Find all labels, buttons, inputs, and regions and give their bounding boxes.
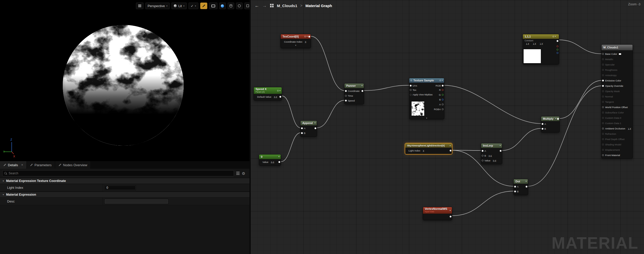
value-box-r[interactable]: 1.0 — [525, 42, 530, 45]
material-pin-normal[interactable]: Normal — [602, 94, 633, 99]
material-pin-refraction[interactable]: Refraction — [602, 131, 633, 137]
value-box[interactable]: 0.6 — [487, 154, 493, 158]
material-pin-world-position-offset[interactable]: World Position Offset — [602, 105, 633, 110]
tab-nodes-overview[interactable]: Nodes Overview — [55, 161, 91, 169]
wire[interactable] — [444, 85, 541, 124]
input-pin-b[interactable] — [514, 191, 516, 192]
node-header[interactable]: SkyAtmosphereLightDirection[0] ▾ — [405, 143, 452, 148]
pin-icon[interactable] — [602, 117, 604, 119]
node-constant3[interactable]: 1,1,1 ▾ Constant 1.0 1.0 1.0 — [523, 34, 559, 64]
value-box[interactable]: 0 — [421, 149, 425, 153]
node-header[interactable]: VertexNormalWS Input Data ▾ — [423, 207, 452, 214]
search-box[interactable] — [2, 170, 234, 176]
preview-shape-sphere-button[interactable] — [219, 3, 226, 9]
texture-thumbnail[interactable] — [411, 101, 425, 116]
perspective-dropdown[interactable]: Perspective ▾ — [145, 3, 170, 9]
input-pin-a[interactable] — [301, 127, 303, 129]
node-invlerp[interactable]: InvLerp ▾ A B0.6 Value0.0 — [481, 143, 502, 164]
node-sky-atmosphere-light-direction[interactable]: SkyAtmosphereLightDirection[0] ▾ Light I… — [405, 143, 452, 154]
toggle-realtime-button[interactable] — [200, 3, 207, 9]
node-preview-toggle-icon[interactable] — [277, 90, 279, 91]
node-header[interactable]: Dot ▾ — [514, 179, 528, 184]
material-pin-opacity-override[interactable]: Opacity Override — [602, 83, 633, 89]
breadcrumb-page[interactable]: Material Graph — [305, 4, 332, 8]
pin-icon[interactable] — [602, 138, 604, 140]
node-header[interactable]: TexCoord[0] ▾ — [281, 34, 311, 39]
pin-icon[interactable] — [602, 154, 604, 156]
wire[interactable] — [528, 86, 602, 186]
pin-icon[interactable] — [602, 90, 604, 92]
pin-icon[interactable] — [602, 101, 604, 103]
node-panner[interactable]: Panner ▾ Coordinate Time Speed — [344, 83, 364, 104]
back-arrow-icon[interactable]: ← — [255, 3, 259, 8]
input-pin-a[interactable] — [482, 150, 483, 152]
pin-icon[interactable] — [602, 122, 604, 124]
node-dot[interactable]: Dot ▾ A B — [513, 179, 528, 195]
chevron-down-icon[interactable]: ▾ — [450, 143, 451, 148]
node-preview-toggle-icon[interactable] — [304, 36, 306, 37]
chevron-down-icon[interactable]: ▾ — [442, 78, 443, 83]
node-append[interactable]: Append ▾ A B — [300, 121, 317, 137]
pin-icon[interactable] — [602, 58, 604, 60]
chevron-down-icon[interactable]: ▾ — [279, 89, 280, 92]
viewport-options-button[interactable] — [136, 3, 144, 9]
wire[interactable] — [559, 40, 602, 54]
output-pin-b[interactable] — [557, 52, 558, 54]
pin-icon[interactable] — [602, 64, 604, 65]
chevron-down-icon[interactable]: ▾ — [315, 121, 316, 125]
chevron-down-icon[interactable]: ▾ — [500, 143, 501, 148]
material-pin-tangent[interactable]: Tangent — [602, 99, 633, 105]
output-pin[interactable] — [557, 118, 559, 120]
chevron-down-icon[interactable]: ▾ — [555, 34, 556, 39]
output-pin[interactable] — [362, 90, 363, 92]
node-constant-zero[interactable]: 0 ▾ Value0.0 — [259, 154, 281, 166]
input-pin-uvs[interactable] — [410, 85, 412, 87]
pin-icon[interactable] — [602, 53, 604, 55]
preview-viewport[interactable]: Perspective ▾ Lit ▾ ✓ ▾ Z — [0, 0, 250, 161]
material-pin-ambient-occlusion[interactable]: Ambient Occlusion1.0 — [602, 126, 633, 131]
chevron-down-icon[interactable]: ▾ — [450, 209, 451, 212]
pin-icon[interactable] — [602, 96, 604, 97]
node-header[interactable]: M_Clouds1 — [602, 45, 633, 50]
preview-shape-sphere2-button[interactable] — [236, 3, 243, 9]
wire[interactable] — [559, 80, 602, 118]
display-filter-icon[interactable] — [236, 172, 240, 175]
material-pin-metallic[interactable]: Metallic — [602, 57, 633, 62]
input-pin-time[interactable] — [345, 95, 347, 97]
node-multiply[interactable]: Multiply ▾ A B — [541, 116, 560, 132]
view-mode-dropdown[interactable]: Lit ▾ — [171, 3, 187, 9]
output-pin[interactable] — [526, 186, 527, 188]
pin-icon[interactable] — [602, 149, 604, 151]
node-speed-x-param[interactable]: Speed X Param (0) ▾ Default Value0.0 — [254, 87, 282, 100]
tab-details[interactable]: Details × — [0, 161, 27, 169]
pin-icon[interactable] — [602, 69, 604, 71]
chevron-down-icon[interactable]: ▾ — [526, 179, 527, 184]
output-pin[interactable] — [450, 150, 451, 151]
value-box[interactable]: 0.0 — [270, 161, 276, 164]
input-pin-a[interactable] — [514, 186, 516, 188]
material-pin-anisotropy[interactable]: Anisotropy — [602, 73, 633, 78]
input-pin-mipbias[interactable] — [410, 94, 412, 96]
input-pin-coordinate[interactable] — [345, 90, 347, 92]
forward-arrow-icon[interactable]: → — [262, 3, 267, 8]
value-box[interactable]: 0 — [304, 40, 307, 44]
output-pin[interactable] — [450, 216, 451, 217]
node-header[interactable]: Append ▾ — [301, 121, 317, 125]
chevron-down-icon[interactable]: ▾ — [555, 116, 556, 121]
material-pin-shading-model[interactable]: Shading Model — [602, 142, 633, 147]
advanced-expander-icon[interactable]: ▾ — [409, 117, 444, 119]
output-pin[interactable] — [308, 36, 310, 38]
desc-field[interactable] — [104, 199, 168, 204]
gear-icon[interactable]: ⚙ — [242, 172, 245, 175]
output-pin[interactable] — [279, 96, 281, 98]
material-pin-roughness[interactable]: Roughness — [602, 67, 633, 73]
pin-icon[interactable] — [602, 106, 604, 108]
wire[interactable] — [282, 96, 301, 128]
node-vertex-normal-ws[interactable]: VertexNormalWS Input Data ▾ — [423, 207, 452, 220]
material-pin-pixel-depth-offset[interactable]: Pixel Depth Offset — [602, 137, 633, 142]
pin-icon[interactable] — [602, 74, 604, 76]
pin-icon[interactable] — [602, 85, 604, 87]
node-header[interactable]: 0 ▾ — [259, 155, 281, 159]
node-preview-toggle-icon[interactable] — [553, 36, 554, 37]
node-header[interactable]: Texture Sample ▾ — [409, 78, 444, 83]
